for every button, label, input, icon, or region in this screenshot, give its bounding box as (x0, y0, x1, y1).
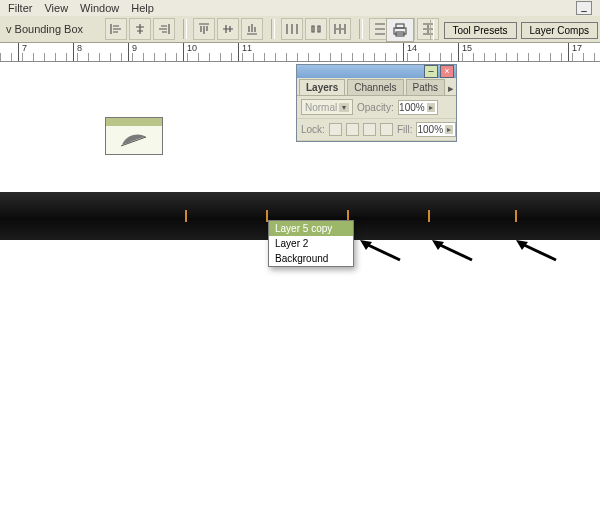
menu-bar: Filter View Window Help – (0, 0, 600, 16)
layer-context-menu: Layer 5 copy Layer 2 Background (268, 220, 354, 267)
opacity-label: Opacity: (357, 102, 394, 113)
layers-panel: – × Layers Channels Paths ▸ Normal▾ Opac… (296, 64, 457, 142)
distribute-left-icon[interactable] (281, 18, 303, 40)
ruler-tick: 10 (183, 43, 184, 61)
ruler-tick: 7 (18, 43, 19, 61)
distribute-center-h-icon[interactable] (305, 18, 327, 40)
annotation-arrow-icon (432, 240, 474, 262)
layer-thumbnail[interactable] (105, 117, 163, 155)
context-menu-item[interactable]: Background (269, 251, 353, 266)
annotation-arrow-icon (360, 240, 402, 262)
ruler-tick: 15 (458, 43, 459, 61)
tool-presets-tab[interactable]: Tool Presets (444, 22, 517, 39)
context-menu-item[interactable]: Layer 2 (269, 236, 353, 251)
context-menu-item[interactable]: Layer 5 copy (269, 221, 353, 236)
separator (359, 19, 363, 39)
distribute-right-icon[interactable] (329, 18, 351, 40)
layer-comps-tab[interactable]: Layer Comps (521, 22, 598, 39)
tab-paths[interactable]: Paths (406, 79, 446, 95)
align-middle-v-icon[interactable] (217, 18, 239, 40)
svg-line-7 (522, 244, 556, 260)
blend-opacity-row: Normal▾ Opacity: 100%▸ (297, 96, 456, 119)
annotation-arrow-icon (516, 240, 558, 262)
tab-layers[interactable]: Layers (299, 79, 345, 95)
options-bar: v Bounding Box Tool Presets Layer Comps (0, 16, 600, 43)
print-icon[interactable] (386, 18, 414, 42)
ruler-tick: 8 (73, 43, 74, 61)
svg-line-3 (366, 244, 400, 260)
feather-icon (119, 131, 149, 149)
panel-tabs: Layers Channels Paths ▸ (297, 78, 456, 96)
panel-minimize-button[interactable]: – (424, 65, 438, 78)
panel-close-button[interactable]: × (440, 65, 454, 78)
blend-mode-select[interactable]: Normal▾ (301, 99, 353, 115)
panel-titlebar[interactable]: – × (297, 65, 456, 78)
lock-position-icon[interactable] (363, 123, 376, 136)
fill-label: Fill: (397, 124, 413, 135)
align-left-icon[interactable] (105, 18, 127, 40)
svg-rect-1 (396, 24, 404, 28)
align-center-h-icon[interactable] (129, 18, 151, 40)
svg-line-5 (438, 244, 472, 260)
lock-label: Lock: (301, 124, 325, 135)
ruler-tick: 9 (128, 43, 129, 61)
lock-all-icon[interactable] (380, 123, 393, 136)
align-right-icon[interactable] (153, 18, 175, 40)
canvas-area: Layer 5 copy Layer 2 Background – × Laye… (0, 62, 600, 506)
menu-window[interactable]: Window (80, 2, 119, 14)
tab-channels[interactable]: Channels (347, 79, 403, 95)
menu-filter[interactable]: Filter (8, 2, 32, 14)
separator (183, 19, 187, 39)
strip-notch (428, 210, 430, 222)
separator (271, 19, 275, 39)
menu-view[interactable]: View (44, 2, 68, 14)
strip-notch (185, 210, 187, 222)
panel-menu-icon[interactable]: ▸ (445, 82, 456, 95)
lock-fill-row: Lock: Fill: 100%▸ (297, 119, 456, 141)
lock-transparency-icon[interactable] (329, 123, 342, 136)
menu-help[interactable]: Help (131, 2, 154, 14)
lock-pixels-icon[interactable] (346, 123, 359, 136)
bounding-box-label: v Bounding Box (6, 23, 83, 35)
opacity-field[interactable]: 100%▸ (398, 100, 438, 115)
fill-field[interactable]: 100%▸ (416, 122, 456, 137)
ruler-tick: 17 (568, 43, 569, 61)
window-minimize-button[interactable]: – (576, 1, 592, 15)
strip-notch (515, 210, 517, 222)
separator (430, 20, 434, 40)
align-top-icon[interactable] (193, 18, 215, 40)
horizontal-ruler: 7891011141517 (0, 43, 600, 62)
ruler-tick: 11 (238, 43, 239, 61)
ruler-tick: 14 (403, 43, 404, 61)
align-bottom-icon[interactable] (241, 18, 263, 40)
